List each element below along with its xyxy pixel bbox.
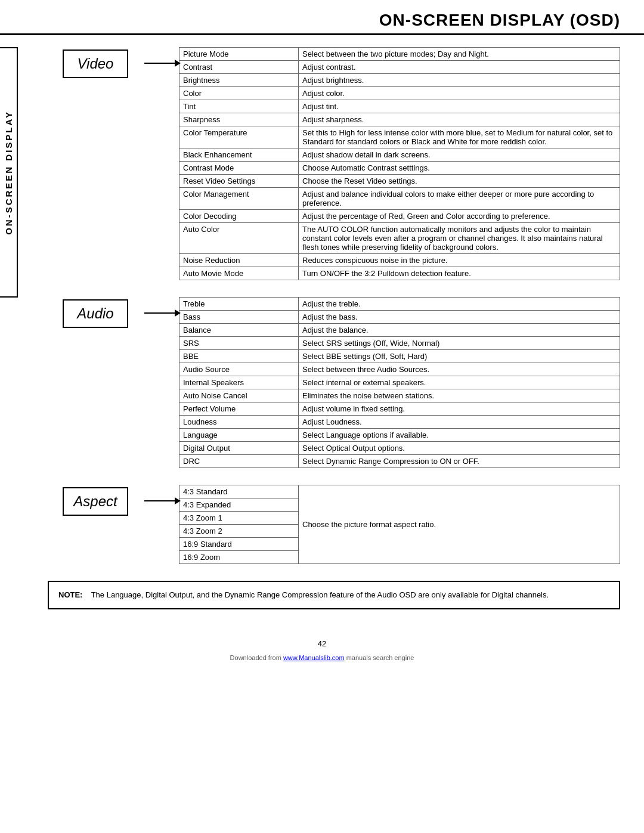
footer-link[interactable]: www.Manualslib.com [283, 654, 345, 661]
table-row: Auto Noise CancelEliminates the noise be… [179, 389, 620, 402]
table-row: ColorAdjust color. [179, 87, 620, 100]
description-cell: Select Optical Output options. [299, 442, 620, 455]
audio-section: Audio TrebleAdjust the treble.BassAdjust… [48, 297, 620, 468]
description-cell: Adjust the treble. [299, 298, 620, 311]
description-cell: Adjust tint. [299, 100, 620, 113]
setting-cell: Color Management [179, 188, 299, 210]
aspect-arrow [144, 500, 180, 501]
video-section: Video Picture ModeSelect between the two… [48, 47, 620, 280]
setting-cell: Language [179, 429, 299, 442]
table-row: Color TemperatureSet this to High for le… [179, 126, 620, 148]
video-label: Video [63, 49, 128, 78]
setting-cell: Noise Reduction [179, 254, 299, 267]
audio-table-area: TrebleAdjust the treble.BassAdjust the b… [179, 297, 620, 468]
setting-cell: Perfect Volume [179, 402, 299, 416]
setting-cell: Auto Color [179, 223, 299, 254]
description-cell: Select between three Audio Sources. [299, 363, 620, 376]
audio-label: Audio [63, 299, 128, 328]
setting-cell: Picture Mode [179, 48, 299, 61]
setting-cell: Loudness [179, 416, 299, 429]
table-row: Picture ModeSelect between the two pictu… [179, 48, 620, 61]
sidebar-label: ON-SCREEN DISPLAY [0, 47, 18, 298]
table-row: SharpnessAdjust sharpness. [179, 113, 620, 126]
table-row: Color DecodingAdjust the percentage of R… [179, 210, 620, 223]
note-label: NOTE: [58, 590, 82, 599]
video-table: Picture ModeSelect between the two pictu… [179, 47, 620, 280]
note-box: NOTE: The Language, Digital Output, and … [48, 581, 620, 609]
setting-cell: DRC [179, 455, 299, 468]
footer-suffix: manuals search engine [345, 654, 414, 661]
table-row: BBESelect BBE settings (Off, Soft, Hard) [179, 350, 620, 363]
description-cell: Choose the Reset Video settings. [299, 175, 620, 188]
description-cell: The AUTO COLOR function automatically mo… [299, 223, 620, 254]
setting-cell: Contrast Mode [179, 162, 299, 175]
description-cell: Select between the two picture modes; Da… [299, 48, 620, 61]
video-label-area: Video [48, 47, 143, 78]
description-cell: Adjust volume in fixed setting. [299, 402, 620, 416]
description-cell: Adjust sharpness. [299, 113, 620, 126]
aspect-label-area: Aspect [48, 485, 143, 516]
setting-cell: Balance [179, 324, 299, 337]
description-cell: Select internal or external speakers. [299, 376, 620, 389]
page-footer: Downloaded from www.Manualslib.com manua… [0, 654, 644, 667]
setting-cell: SRS [179, 337, 299, 350]
setting-cell: Tint [179, 100, 299, 113]
description-cell: Adjust the balance. [299, 324, 620, 337]
setting-cell: Color Decoding [179, 210, 299, 223]
setting-cell: Auto Noise Cancel [179, 389, 299, 402]
table-row: TrebleAdjust the treble. [179, 298, 620, 311]
table-row: BassAdjust the bass. [179, 311, 620, 324]
setting-cell: 4:3 Zoom 1 [179, 512, 299, 525]
description-cell: Select SRS settings (Off, Wide, Normal) [299, 337, 620, 350]
table-row: Digital OutputSelect Optical Output opti… [179, 442, 620, 455]
setting-cell: Bass [179, 311, 299, 324]
setting-cell: Treble [179, 298, 299, 311]
page-title: ON-SCREEN DISPLAY (OSD) [24, 11, 620, 30]
table-row: Black EnhancementAdjust shadow detail in… [179, 148, 620, 162]
table-row: Auto Movie ModeTurn ON/OFF the 3:2 Pulld… [179, 267, 620, 280]
setting-cell: 16:9 Standard [179, 538, 299, 551]
description-cell: Choose Automatic Contrast setttings. [299, 162, 620, 175]
setting-cell: Sharpness [179, 113, 299, 126]
table-row: BalanceAdjust the balance. [179, 324, 620, 337]
table-row: Audio SourceSelect between three Audio S… [179, 363, 620, 376]
description-cell: Reduces conspicuous noise in the picture… [299, 254, 620, 267]
table-row: SRSSelect SRS settings (Off, Wide, Norma… [179, 337, 620, 350]
audio-table: TrebleAdjust the treble.BassAdjust the b… [179, 297, 620, 468]
setting-cell: Color Temperature [179, 126, 299, 148]
description-cell: Turn ON/OFF the 3:2 Pulldown detection f… [299, 267, 620, 280]
description-cell: Set this to High for less intense color … [299, 126, 620, 148]
table-row: Perfect VolumeAdjust volume in fixed set… [179, 402, 620, 416]
setting-cell: BBE [179, 350, 299, 363]
description-cell: Adjust contrast. [299, 61, 620, 74]
setting-cell: 4:3 Expanded [179, 498, 299, 512]
description-cell: Select Language options if available. [299, 429, 620, 442]
setting-cell: Black Enhancement [179, 148, 299, 162]
description-cell: Select Dynamic Range Compression to ON o… [299, 455, 620, 468]
description-cell: Eliminates the noise between stations. [299, 389, 620, 402]
setting-cell: Color [179, 87, 299, 100]
table-row: Contrast ModeChoose Automatic Contrast s… [179, 162, 620, 175]
page-number: 42 [0, 639, 644, 648]
setting-cell: Reset Video Settings [179, 175, 299, 188]
description-cell: Adjust and balance individual colors to … [299, 188, 620, 210]
table-row: LanguageSelect Language options if avail… [179, 429, 620, 442]
setting-cell: Audio Source [179, 363, 299, 376]
note-text: The Language, Digital Output, and the Dy… [91, 590, 549, 599]
table-row: 4:3 StandardChoose the picture format as… [179, 485, 620, 498]
table-row: BrightnessAdjust brightness. [179, 74, 620, 87]
footer-text: Downloaded from [230, 654, 283, 661]
description-cell: Adjust Loudness. [299, 416, 620, 429]
description-cell: Adjust the percentage of Red, Green and … [299, 210, 620, 223]
table-row: Noise ReductionReduces conspicuous noise… [179, 254, 620, 267]
setting-cell: Auto Movie Mode [179, 267, 299, 280]
setting-cell: Contrast [179, 61, 299, 74]
description-cell: Adjust color. [299, 87, 620, 100]
aspect-section: Aspect 4:3 StandardChoose the picture fo… [48, 485, 620, 564]
aspect-table-area: 4:3 StandardChoose the picture format as… [179, 485, 620, 564]
setting-cell: Brightness [179, 74, 299, 87]
aspect-description-cell: Choose the picture format aspect ratio. [299, 485, 620, 564]
setting-cell: Digital Output [179, 442, 299, 455]
table-row: ContrastAdjust contrast. [179, 61, 620, 74]
setting-cell: 4:3 Standard [179, 485, 299, 498]
